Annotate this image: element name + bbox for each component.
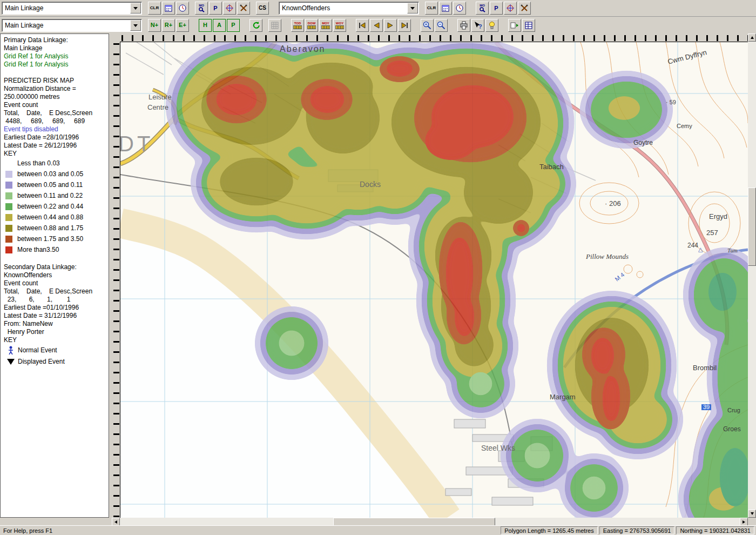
sidebar-text-line: Main Linkage <box>4 44 109 52</box>
legend-swatch <box>5 182 12 189</box>
month-of-year-histogram-button[interactable]: MOY <box>319 19 332 32</box>
predict-p-button[interactable]: P <box>227 19 240 32</box>
sidebar-text-line: KnownOffenders <box>4 271 109 279</box>
target-icon <box>506 4 515 12</box>
sidebar-text-line: Event count <box>4 279 109 287</box>
target-button[interactable] <box>223 2 236 15</box>
date-table-button[interactable] <box>162 2 175 15</box>
crossed-tools-button[interactable] <box>237 2 250 15</box>
chevron-down-icon[interactable] <box>130 20 141 31</box>
horizontal-scrollbar[interactable] <box>112 518 748 526</box>
point-select-button[interactable]: P <box>209 2 222 15</box>
zoom-out-button[interactable] <box>435 19 448 32</box>
arrow-right-icon <box>387 22 394 29</box>
point-select-button-2[interactable]: P <box>490 2 503 15</box>
histogram-icon <box>321 25 330 29</box>
scroll-down-button[interactable] <box>748 510 756 518</box>
target-button-2[interactable] <box>504 2 517 15</box>
time-button-2[interactable] <box>453 2 466 15</box>
chevron-down-icon[interactable] <box>130 3 141 14</box>
legend-swatch <box>5 203 12 210</box>
zoom-out-icon <box>437 21 446 30</box>
scroll-up-button[interactable] <box>748 34 756 42</box>
clear-button[interactable]: CLR <box>148 2 161 15</box>
new-grid-button[interactable]: N+ <box>148 19 161 32</box>
date-table-button-2[interactable] <box>439 2 452 15</box>
time-button[interactable] <box>176 2 189 15</box>
legend-label: Less than 0.03 <box>17 159 60 167</box>
clear-button-2[interactable]: CLR <box>425 2 438 15</box>
recalculate-button[interactable] <box>249 19 262 32</box>
legend-item: between 0.88 and 1.75 <box>4 223 109 233</box>
horizontal-scroll-thumb[interactable] <box>333 518 495 526</box>
hotspot-h-button[interactable]: H <box>199 19 212 32</box>
legend-item: between 0.11 and 0.22 <box>4 190 109 201</box>
analysis-a-button[interactable]: A <box>213 19 226 32</box>
legend-swatch <box>5 171 12 178</box>
known-offenders-combo[interactable]: KnownOffenders <box>279 2 419 15</box>
tips-button[interactable] <box>485 19 498 32</box>
zoom-query-button[interactable]: MO <box>195 2 208 15</box>
event-key-displayed: Displayed Event <box>4 356 109 367</box>
context-help-button[interactable]: ? <box>471 19 484 32</box>
scroll-left-button[interactable] <box>112 518 120 526</box>
legend-swatch <box>5 192 12 199</box>
ruler-horizontal <box>120 34 748 42</box>
known-offenders-combo-value: KnownOffenders <box>279 4 407 12</box>
time-of-day-histogram-button[interactable]: TOD <box>291 19 304 32</box>
edit-grid-button[interactable]: E+ <box>176 19 189 32</box>
sidebar-text-line: Latest Date = 31/12/1996 <box>4 312 109 320</box>
target-icon <box>225 4 234 12</box>
sidebar-text-line: Normalization Distance = <box>4 85 109 93</box>
sidebar-text-line: Total, Date, E Desc,Screen <box>4 287 109 296</box>
calendar-icon <box>164 4 173 12</box>
zoom-in-icon <box>423 21 431 30</box>
vertical-scrollbar[interactable] <box>748 34 756 518</box>
legend-label: between 0.44 and 0.88 <box>17 213 83 221</box>
legend-label: between 0.22 and 0.44 <box>17 203 83 210</box>
play-marker-icon <box>510 21 519 30</box>
status-bar: For Help, press F1 Polygon Length = 1265… <box>0 525 756 535</box>
sidebar-text-line: 250.000000 metres <box>4 93 109 101</box>
histogram-icon <box>307 25 316 29</box>
sidebar-text-line <box>4 255 109 263</box>
help-pointer-icon: ? <box>474 21 482 30</box>
next-step-button[interactable] <box>384 19 397 32</box>
cs-button[interactable]: CS <box>256 2 269 15</box>
grid-display-button-disabled[interactable] <box>268 19 281 32</box>
week-of-year-histogram-button[interactable]: WOY <box>333 19 346 32</box>
sidebar-text-line: 23, 6, 1, 1 <box>4 296 109 304</box>
animate-events-button[interactable] <box>508 19 521 32</box>
sidebar-text-line: Earliest Date =01/10/1996 <box>4 304 109 312</box>
data-table-button[interactable] <box>522 19 535 32</box>
zoom-query-button-2[interactable]: MO <box>476 2 489 15</box>
map-canvas[interactable]: AberavonLeisureCentreDocksTaibach· 59Goy… <box>120 42 748 518</box>
sidebar-text-line: Grid Ref 1 for Analysis <box>4 61 109 69</box>
main-linkage-combo[interactable]: Main Linkage <box>2 2 142 15</box>
crossed-tools-button-2[interactable] <box>518 2 531 15</box>
scroll-right-button[interactable] <box>740 518 748 526</box>
chevron-down-icon[interactable] <box>407 3 418 14</box>
refresh-grid-button[interactable]: R+ <box>162 19 175 32</box>
sidebar-text-line <box>4 69 109 77</box>
secondary-linkage-block: Secondary Data Linkage:KnownOffendersEve… <box>4 255 109 344</box>
print-button[interactable] <box>457 19 470 32</box>
scrollbar-corner <box>748 518 756 526</box>
primary-linkage-block: Primary Data Linkage:Main LinkageGrid Re… <box>4 36 109 158</box>
sidebar-text-line: From: NameNew <box>4 320 109 328</box>
status-easting: Easting = 276753.905691 <box>599 526 675 534</box>
first-step-button[interactable] <box>356 19 369 32</box>
sidebar-text-line: Event tips disabled <box>4 125 109 133</box>
legend-item: between 1.75 and 3.50 <box>4 233 109 244</box>
zoom-in-button[interactable] <box>421 19 434 32</box>
vertical-scroll-thumb[interactable] <box>748 188 756 266</box>
sidebar-text-line: 4488, 689, 689, 689 <box>4 117 109 125</box>
previous-step-button[interactable] <box>370 19 383 32</box>
legend-item: Less than 0.03 <box>4 158 109 169</box>
day-of-week-histogram-button[interactable]: DOW <box>305 19 318 32</box>
main-linkage-combo-2[interactable]: Main Linkage <box>2 19 142 32</box>
last-step-button[interactable] <box>398 19 411 32</box>
legend-item: More than3.50 <box>4 244 109 255</box>
legend-label: between 0.03 and 0.05 <box>17 170 83 178</box>
legend-label: between 1.75 and 3.50 <box>17 235 83 243</box>
